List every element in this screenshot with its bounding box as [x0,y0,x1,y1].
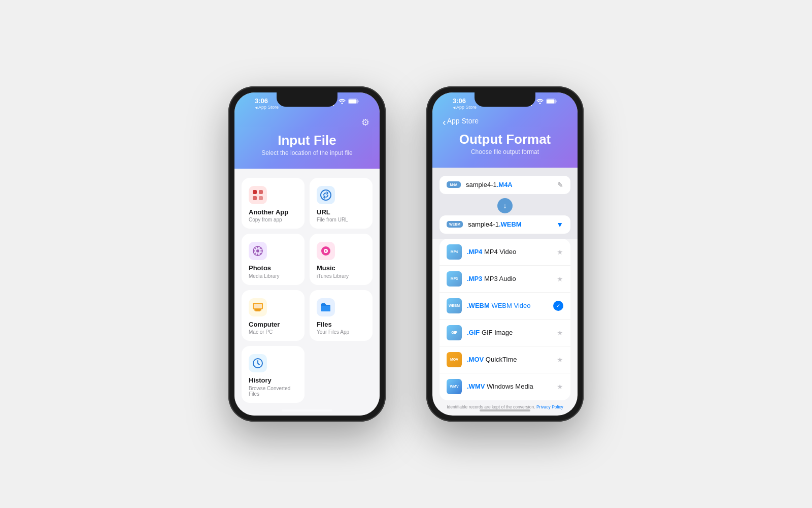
grid-item-history[interactable]: History Browse Converted Files [242,346,304,403]
photos-label: Photos [249,264,271,272]
screen2-content: 3:06 App Store ▌▌▌ [432,92,578,416]
home-indicator1 [282,409,332,411]
footer-content: Identifiable records are kept of the con… [447,404,535,409]
mp4-icon: MP4 [447,244,462,260]
format-item-webm[interactable]: WEBM .WEBM WEBM Video ✓ [439,293,570,320]
svg-rect-15 [254,309,261,311]
status-left2: 3:06 App Store [453,98,477,110]
mp4-label: .MP4 MP4 Video [467,248,552,256]
privacy-policy-link[interactable]: Privacy Policy [536,404,563,409]
svg-rect-5 [253,196,257,200]
home-indicator2 [480,409,530,411]
format-item-gif[interactable]: GIF .GIF GIF Image ★ [439,320,570,346]
wifi-icon2 [536,99,544,105]
files-sublabel: Your Files App [317,329,349,335]
wmv-label: .WMV Windows Media [467,383,552,390]
phone1-screen: 3:06 App Store ▌▌▌ [234,92,380,416]
input-file-badge: M4A [447,181,461,188]
grid: Another App Copy from app [242,178,373,403]
computer-icon [249,298,267,316]
music-icon [317,242,335,260]
webm-label: .WEBM WEBM Video [467,302,548,309]
screen1-title: Input File [245,133,369,148]
wifi-icon1 [339,99,346,105]
url-sublabel: File from URL [317,217,348,223]
phones-container: 3:06 App Store ▌▌▌ [0,66,812,442]
arrow-down-btn: ↓ [497,198,513,213]
wmv-star[interactable]: ★ [557,383,563,391]
grid-item-another-app[interactable]: Another App Copy from app [242,178,304,229]
status-store1: App Store [255,105,279,110]
photos-icon [249,242,267,260]
grid-container: Another App Copy from app [234,169,380,416]
mov-label: .MOV QuickTime [467,356,552,363]
back-button[interactable]: App Store [443,115,567,132]
gif-label: .GIF GIF Image [467,329,552,336]
status-store2: App Store [453,105,477,110]
output-file-name: sample4-1.WEBM [468,220,551,228]
format-item-mov[interactable]: MOV .MOV QuickTime ★ [439,346,570,373]
svg-rect-13 [254,304,262,308]
screen2-title: Output Format [443,132,567,147]
history-label: History [249,376,272,385]
gif-icon: GIF [447,325,462,340]
grid-item-files[interactable]: Files Your Files App [310,290,373,341]
phone2: 3:06 App Store ▌▌▌ [426,86,584,422]
svg-point-8 [256,249,259,252]
wmv-icon: WMV [447,379,462,394]
format-list: MP4 .MP4 MP4 Video ★ MP3 .MP3 MP3 Audio … [439,239,570,400]
status-time2: 3:06 [453,98,466,104]
photos-sublabel: Media Library [249,273,280,279]
svg-rect-6 [259,196,263,200]
notch2 [475,92,535,107]
format-item-wmv[interactable]: WMV .WMV Windows Media ★ [439,373,570,400]
notch1 [277,92,337,107]
input-file-row: M4A sample4-1.M4A ✎ [439,176,570,194]
format-item-mp4[interactable]: MP4 .MP4 MP4 Video ★ [439,239,570,266]
computer-label: Computer [249,321,280,329]
grid-item-computer[interactable]: Computer Mac or PC [242,290,304,341]
header-settings: ⚙ [245,115,369,133]
music-sublabel: iTunes Library [317,273,349,279]
screen1-content: 3:06 App Store ▌▌▌ [234,92,380,416]
input-file-name: sample4-1.M4A [466,181,552,188]
computer-sublabel: Mac or PC [249,329,273,335]
format-item-mp3[interactable]: MP3 .MP3 MP3 Audio ★ [439,266,570,293]
edit-icon[interactable]: ✎ [557,181,563,189]
mp3-star[interactable]: ★ [557,275,563,283]
another-app-label: Another App [249,208,288,216]
settings-icon[interactable]: ⚙ [361,117,369,128]
webm-check: ✓ [553,301,563,311]
mov-star[interactable]: ★ [557,356,563,364]
svg-point-11 [325,250,327,252]
output-file-row[interactable]: WEBM sample4-1.WEBM ▼ [439,215,570,234]
screen1-subtitle: Select the location of the input file [245,149,369,156]
svg-point-18 [539,103,541,104]
gif-star[interactable]: ★ [557,329,563,337]
mp3-label: .MP3 MP3 Audio [467,275,552,282]
phone1: 3:06 App Store ▌▌▌ [228,86,386,422]
status-time1: 3:06 [255,98,268,104]
svg-rect-20 [547,100,555,104]
url-icon [317,186,335,204]
svg-rect-2 [349,100,357,104]
another-app-icon [249,186,267,204]
webm-icon: WEBM [447,298,462,313]
output-file-badge: WEBM [447,221,463,228]
battery-icon2 [546,99,557,105]
mp4-star[interactable]: ★ [557,248,563,256]
svg-rect-4 [259,190,263,194]
history-sublabel: Browse Converted Files [249,386,297,397]
files-icon [317,298,335,316]
grid-item-photos[interactable]: Photos Media Library [242,234,304,285]
grid-item-music[interactable]: Music iTunes Library [310,234,373,285]
music-label: Music [317,264,335,272]
battery-icon1 [348,99,359,105]
svg-rect-3 [253,190,257,194]
arrow-down-area: ↓ [439,198,570,213]
status-left1: 3:06 App Store [255,98,279,110]
url-label: URL [317,208,330,216]
grid-item-url[interactable]: URL File from URL [310,178,373,229]
screen2-subtitle: Choose file output format [443,148,567,155]
conversion-area: M4A sample4-1.M4A ✎ ↓ WEBM sample4-1.WEB… [432,168,578,239]
